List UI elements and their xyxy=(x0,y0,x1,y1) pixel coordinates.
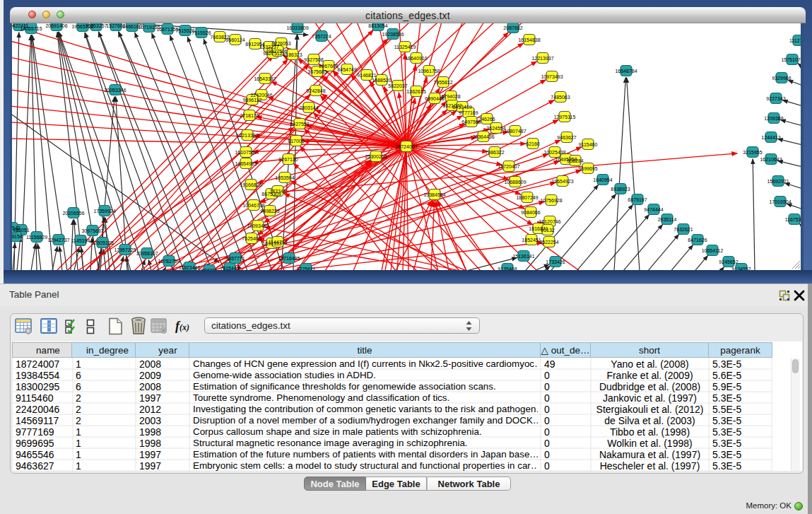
svg-text:15751074: 15751074 xyxy=(781,57,801,62)
svg-text:16154838: 16154838 xyxy=(518,37,540,42)
svg-text:10958107: 10958107 xyxy=(136,251,158,256)
svg-text:8471626: 8471626 xyxy=(688,238,707,243)
svg-text:1640954: 1640954 xyxy=(593,177,612,182)
svg-text:9115460: 9115460 xyxy=(579,142,598,147)
svg-text:16648784: 16648784 xyxy=(615,69,637,74)
svg-text:1353594: 1353594 xyxy=(275,175,294,180)
svg-text:9777169: 9777169 xyxy=(459,110,478,115)
svg-text:3675685: 3675685 xyxy=(307,69,326,74)
svg-text:95132: 95132 xyxy=(541,228,555,233)
svg-text:1244413: 1244413 xyxy=(761,135,780,140)
svg-text:8226053: 8226053 xyxy=(271,41,290,46)
svg-text:2522254: 2522254 xyxy=(539,240,558,245)
svg-text:7485063: 7485063 xyxy=(551,95,570,100)
svg-text:5822037: 5822037 xyxy=(388,83,407,88)
svg-text:9227343: 9227343 xyxy=(766,96,785,101)
svg-text:9463627: 9463627 xyxy=(557,135,576,140)
svg-text:9146821: 9146821 xyxy=(357,73,376,78)
svg-text:15136141: 15136141 xyxy=(512,254,534,259)
svg-text:30975687: 30975687 xyxy=(81,228,103,233)
svg-text:931542: 931542 xyxy=(12,226,20,230)
svg-text:10853257: 10853257 xyxy=(85,23,107,28)
svg-text:15692971: 15692971 xyxy=(767,179,789,184)
svg-text:19384554: 19384554 xyxy=(423,192,445,197)
svg-text:7632621: 7632621 xyxy=(673,227,693,232)
svg-text:2967608: 2967608 xyxy=(319,64,338,69)
svg-text:15716485: 15716485 xyxy=(278,256,300,261)
svg-text:18724007: 18724007 xyxy=(395,144,417,149)
svg-text:9135468: 9135468 xyxy=(498,267,517,271)
svg-text:2803144: 2803144 xyxy=(299,105,318,110)
svg-text:8427552: 8427552 xyxy=(290,122,309,127)
svg-text:20364436: 20364436 xyxy=(472,134,494,139)
svg-text:8453419: 8453419 xyxy=(452,105,471,110)
svg-text:19166825: 19166825 xyxy=(240,182,261,187)
svg-text:1209388: 1209388 xyxy=(764,116,783,121)
svg-text:20206556: 20206556 xyxy=(62,211,84,216)
svg-text:17957225: 17957225 xyxy=(114,247,136,252)
svg-text:783342: 783342 xyxy=(269,189,286,194)
svg-text:16543382: 16543382 xyxy=(254,76,276,81)
svg-text:9657771: 9657771 xyxy=(225,256,245,261)
svg-text:10961758: 10961758 xyxy=(418,69,440,74)
svg-text:2718176: 2718176 xyxy=(240,113,259,118)
svg-text:7515526: 7515526 xyxy=(192,30,211,35)
svg-text:10025438: 10025438 xyxy=(543,150,565,155)
svg-text:14055715: 14055715 xyxy=(20,26,42,31)
svg-text:10046738: 10046738 xyxy=(242,203,264,208)
svg-text:9474444: 9474444 xyxy=(644,207,663,212)
svg-text:3215955: 3215955 xyxy=(743,150,762,155)
svg-text:12942737: 12942737 xyxy=(47,238,69,243)
svg-text:20053346: 20053346 xyxy=(104,88,126,93)
svg-text:7955812: 7955812 xyxy=(433,80,452,85)
svg-text:12505135: 12505135 xyxy=(91,240,113,245)
svg-text:8813054: 8813054 xyxy=(368,23,387,28)
svg-text:2087682: 2087682 xyxy=(503,25,522,30)
svg-text:25300203: 25300203 xyxy=(365,154,387,159)
svg-text:12213937: 12213937 xyxy=(531,56,553,61)
svg-text:1588520: 1588520 xyxy=(372,78,391,83)
svg-text:1112733: 1112733 xyxy=(789,38,801,43)
svg-text:9245652: 9245652 xyxy=(719,259,738,264)
svg-text:7986322: 7986322 xyxy=(485,150,504,155)
svg-text:18640910: 18640910 xyxy=(405,56,427,61)
svg-text:9699695: 9699695 xyxy=(578,166,597,171)
svg-text:1167533: 1167533 xyxy=(785,217,801,222)
svg-text:1144793: 1144793 xyxy=(269,240,288,245)
svg-text:10093489: 10093489 xyxy=(247,223,269,228)
svg-text:8186323: 8186323 xyxy=(283,52,302,57)
svg-text:39154: 39154 xyxy=(12,234,23,239)
svg-text:16033809: 16033809 xyxy=(286,25,308,30)
svg-text:1145194: 1145194 xyxy=(71,238,90,243)
svg-text:16782759: 16782759 xyxy=(158,259,180,264)
svg-text:11156829: 11156829 xyxy=(26,235,47,240)
svg-text:20691406: 20691406 xyxy=(45,23,67,28)
svg-text:19654983: 19654983 xyxy=(235,161,257,166)
svg-text:1733426: 1733426 xyxy=(546,259,565,264)
svg-text:10756928: 10756928 xyxy=(540,198,562,203)
svg-text:984211: 984211 xyxy=(201,268,218,271)
svg-text:7625402: 7625402 xyxy=(242,236,261,241)
svg-text:62160: 62160 xyxy=(526,141,540,146)
svg-text:19654923: 19654923 xyxy=(551,179,573,184)
svg-text:16120746: 16120746 xyxy=(539,219,560,224)
svg-text:8225611: 8225611 xyxy=(297,267,316,271)
svg-text:10807487: 10807487 xyxy=(504,129,526,134)
svg-text:12213383: 12213383 xyxy=(236,133,258,138)
svg-text:9329966: 9329966 xyxy=(772,76,791,81)
svg-text:17016504: 17016504 xyxy=(769,199,791,204)
svg-text:10654112: 10654112 xyxy=(702,248,724,253)
svg-text:1852451: 1852451 xyxy=(522,238,541,243)
svg-text:18807249: 18807249 xyxy=(516,195,538,200)
svg-text:19238586: 19238586 xyxy=(382,32,404,37)
svg-text:11325419: 11325419 xyxy=(394,45,416,49)
svg-text:7815441: 7815441 xyxy=(220,266,239,271)
svg-text:9660124: 9660124 xyxy=(225,37,245,42)
svg-text:16107552: 16107552 xyxy=(235,150,257,155)
svg-text:16210643: 16210643 xyxy=(760,157,782,162)
svg-text:3624554: 3624554 xyxy=(486,126,505,131)
svg-text:1362615: 1362615 xyxy=(406,89,425,94)
svg-text:958284: 958284 xyxy=(567,158,583,163)
svg-text:746266: 746266 xyxy=(478,117,495,122)
svg-text:15720407: 15720407 xyxy=(498,164,519,169)
